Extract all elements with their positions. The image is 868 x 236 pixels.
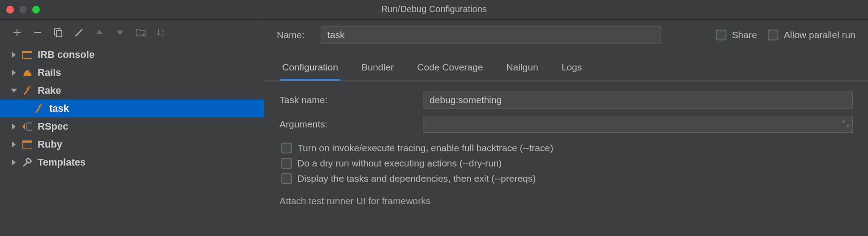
svg-text:a: a bbox=[162, 28, 164, 33]
folder-button[interactable] bbox=[134, 26, 147, 39]
tab-bundler[interactable]: Bundler bbox=[360, 57, 395, 81]
move-down-button[interactable] bbox=[114, 26, 126, 39]
window-controls bbox=[6, 6, 40, 13]
edit-defaults-button[interactable] bbox=[73, 26, 85, 39]
test-runner-section-label: Attach test runner UI for frameworks bbox=[279, 196, 853, 206]
svg-rect-1 bbox=[56, 31, 62, 37]
add-configuration-button[interactable] bbox=[11, 26, 23, 39]
chevron-right-icon bbox=[9, 122, 19, 131]
svg-rect-5 bbox=[22, 51, 32, 53]
tree-item-label: RSpec bbox=[38, 121, 68, 132]
checkbox-label: Share bbox=[732, 30, 757, 40]
name-input[interactable] bbox=[321, 26, 661, 44]
svg-rect-6 bbox=[27, 123, 32, 130]
tree-item-rake[interactable]: Rake bbox=[0, 82, 264, 100]
tree-item-rspec[interactable]: RSpec bbox=[0, 118, 264, 135]
configuration-editor: Name: Share Allow parallel run Configura… bbox=[264, 20, 868, 236]
tree-item-rails[interactable]: Rails bbox=[0, 64, 264, 82]
checkbox-box-icon bbox=[281, 143, 292, 153]
tab-configuration[interactable]: Configuration bbox=[280, 57, 340, 81]
task-name-label: Task name: bbox=[279, 95, 414, 105]
trace-checkbox[interactable]: Turn on invoke/execute tracing, enable f… bbox=[281, 143, 853, 153]
chevron-right-icon bbox=[9, 140, 19, 149]
tree-item-label: task bbox=[49, 103, 69, 114]
checkbox-label: Turn on invoke/execute tracing, enable f… bbox=[297, 143, 553, 153]
tree-item-label: Rake bbox=[38, 85, 61, 96]
rspec-icon bbox=[21, 121, 33, 132]
tree-item-label: Ruby bbox=[38, 139, 62, 150]
copy-configuration-button[interactable] bbox=[52, 26, 64, 39]
configurations-tree[interactable]: IRB console Rails Rake bbox=[0, 45, 264, 236]
tree-item-ruby[interactable]: Ruby bbox=[0, 135, 264, 153]
minimize-window-button[interactable] bbox=[19, 6, 27, 13]
share-checkbox[interactable]: Share bbox=[716, 30, 757, 40]
window-title: Run/Debug Configurations bbox=[0, 4, 868, 14]
chevron-right-icon bbox=[9, 157, 19, 167]
remove-configuration-button[interactable] bbox=[31, 26, 44, 39]
arguments-label: Arguments: bbox=[279, 119, 414, 130]
rake-icon bbox=[33, 103, 45, 114]
tree-item-rake-task[interactable]: task bbox=[0, 100, 264, 118]
title-bar: Run/Debug Configurations bbox=[0, 0, 868, 20]
chevron-down-icon bbox=[9, 86, 19, 96]
checkbox-label: Do a dry run without executing actions (… bbox=[297, 158, 502, 169]
svg-rect-8 bbox=[22, 140, 32, 143]
chevron-right-icon bbox=[9, 68, 19, 78]
checkbox-box-icon bbox=[768, 30, 778, 40]
checkbox-box-icon bbox=[281, 158, 292, 169]
sort-alpha-button[interactable]: a z bbox=[155, 26, 168, 39]
tree-item-label: Rails bbox=[38, 67, 61, 79]
rake-icon bbox=[21, 85, 33, 96]
tree-item-label: Templates bbox=[38, 157, 86, 168]
task-name-input[interactable] bbox=[423, 92, 853, 109]
checkbox-label: Allow parallel run bbox=[784, 30, 855, 40]
prereqs-checkbox[interactable]: Display the tasks and dependencies, then… bbox=[281, 173, 853, 184]
tab-logs[interactable]: Logs bbox=[560, 57, 584, 81]
name-label: Name: bbox=[277, 30, 312, 40]
move-up-button[interactable] bbox=[93, 26, 106, 39]
tree-item-label: IRB console bbox=[38, 49, 95, 61]
tab-nailgun[interactable]: Nailgun bbox=[504, 57, 540, 81]
tree-item-templates[interactable]: Templates bbox=[0, 153, 264, 171]
chevron-right-icon bbox=[9, 50, 19, 60]
maximize-window-button[interactable] bbox=[32, 6, 40, 13]
irb-icon bbox=[21, 49, 33, 61]
allow-parallel-run-checkbox[interactable]: Allow parallel run bbox=[768, 30, 855, 40]
tab-code-coverage[interactable]: Code Coverage bbox=[415, 57, 485, 81]
svg-text:z: z bbox=[162, 32, 164, 37]
configurations-toolbar: a z bbox=[0, 20, 264, 45]
tree-item-irb-console[interactable]: IRB console bbox=[0, 46, 264, 64]
configurations-panel: a z IRB console bbox=[0, 20, 264, 236]
arguments-input[interactable] bbox=[423, 116, 853, 133]
checkbox-box-icon bbox=[716, 30, 726, 40]
checkbox-box-icon bbox=[281, 173, 292, 184]
checkbox-label: Display the tasks and dependencies, then… bbox=[297, 173, 536, 184]
configuration-tabs: Configuration Bundler Code Coverage Nail… bbox=[264, 57, 868, 81]
svg-rect-0 bbox=[55, 29, 60, 35]
dry-run-checkbox[interactable]: Do a dry run without executing actions (… bbox=[281, 158, 853, 169]
rails-icon bbox=[21, 67, 33, 79]
wrench-icon bbox=[21, 157, 33, 168]
ruby-icon bbox=[21, 139, 33, 150]
close-window-button[interactable] bbox=[6, 6, 14, 13]
